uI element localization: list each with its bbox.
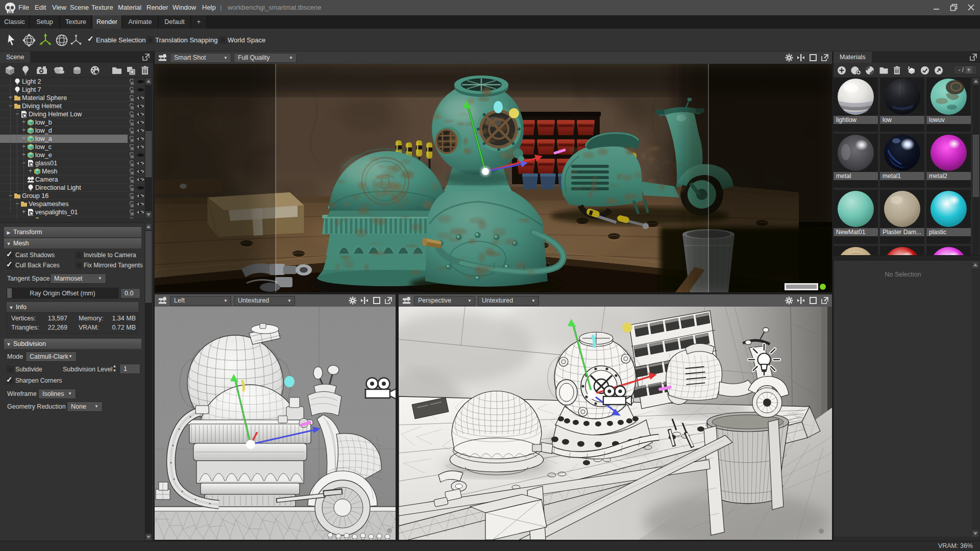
tree-item-low_a[interactable]: +low_a [0,135,144,143]
viewport-settings-gear-icon[interactable] [785,54,793,62]
spin-down-icon[interactable]: ▼ [112,368,117,373]
quality-select-dropdown[interactable]: Full Quality▼ [234,53,297,63]
lock-icon[interactable] [128,135,135,142]
material-lightlow[interactable]: lightlow [834,78,878,132]
scroll-up-button[interactable] [145,78,152,85]
scene-panel-tab[interactable]: Scene [0,52,30,63]
scene-tree-scrollbar[interactable] [145,78,152,218]
tree-item-diving-helmet-low[interactable]: −Diving Helmet Low [0,110,144,118]
scroll-up-button[interactable] [973,78,979,85]
visibility-on-icon[interactable] [136,160,144,166]
viewport-maximize-icon[interactable] [809,54,817,62]
validate-icon[interactable] [920,66,929,75]
visibility-on-icon[interactable] [136,128,144,134]
render-viewport[interactable]: Smart Shot▼ Full Quality▼ [155,52,832,292]
wireframe-dropdown[interactable]: Isolines ▼ [38,389,76,399]
viewport-maximize-icon[interactable] [809,296,817,305]
tab-animate[interactable]: Animate [122,15,158,29]
translate-tool-icon[interactable] [38,33,53,48]
add-material-plus-icon[interactable] [837,66,846,75]
lock-icon[interactable] [128,143,135,151]
tree-item-low_d[interactable]: +low_d [0,127,144,135]
visibility-off-icon[interactable] [136,185,144,191]
material-unnamed-11[interactable] [926,246,971,255]
expand-toggle[interactable]: + [20,209,27,215]
subdivision-section-header[interactable]: ▼Subdivision [4,339,141,349]
visibility-on-icon[interactable] [136,177,144,183]
left-viewport-canvas[interactable] [155,307,396,540]
delete-icon[interactable] [140,65,150,76]
lock-icon[interactable] [128,192,135,199]
tree-item-partial[interactable]: + [0,216,144,218]
render-viewport-canvas[interactable] [155,64,832,292]
viewport-maximize-icon[interactable] [373,296,381,305]
visibility-on-icon[interactable] [136,136,144,142]
add-shadow-catcher-icon[interactable] [71,65,83,76]
material-plaster-dam-[interactable]: Plaster Dam... [880,190,924,244]
lock-icon[interactable] [128,119,135,126]
tree-item-camera[interactable]: Camera [0,176,144,184]
lock-icon[interactable] [128,160,135,167]
lock-icon[interactable] [128,111,135,118]
left-ortho-viewport[interactable]: Left▼ Untextured▼ [155,294,396,540]
lock-icon[interactable] [128,184,135,191]
material-lowuv[interactable]: lowuv [926,78,971,132]
lock-icon[interactable] [128,217,135,218]
material-unnamed-10[interactable] [880,246,924,255]
add-mesh-icon[interactable] [5,65,15,76]
tree-item-low_c[interactable]: +low_c [0,143,144,151]
material-plastic[interactable]: plastic [926,190,971,244]
visibility-on-icon[interactable] [136,119,144,126]
scene-popout-icon[interactable] [142,53,150,61]
orbit-tool-icon[interactable] [21,33,37,48]
materials-popout-icon[interactable] [969,53,977,61]
transform-section-header[interactable]: ▶Transform [4,227,141,237]
expand-toggle[interactable]: + [27,168,34,174]
camera-select-dropdown[interactable]: Smart Shot▼ [170,53,231,63]
add-camera-icon[interactable] [36,65,48,76]
camera-select-dropdown[interactable]: Perspective▼ [414,296,475,306]
add-light-icon[interactable] [21,65,30,76]
shading-mode-dropdown[interactable]: Untextured▼ [234,296,295,306]
material-metal2[interactable]: metal2 [926,134,971,188]
info-section-header[interactable]: ▼Info [7,302,138,312]
visibility-off-icon[interactable] [136,152,144,158]
viewport-settings-gear-icon[interactable] [785,296,793,305]
new-folder-icon[interactable] [111,65,122,76]
tree-item-light-2[interactable]: Light 2 [0,78,144,86]
lock-icon[interactable] [128,127,135,134]
tree-item-diving-helmet[interactable]: −Diving Helmet [0,102,144,110]
expand-toggle[interactable]: + [27,217,34,218]
visibility-off-icon[interactable] [136,87,144,93]
shading-mode-dropdown[interactable]: Untextured▼ [478,296,539,306]
viewport-popout-icon[interactable] [384,296,393,305]
lock-icon[interactable] [128,209,135,216]
subdivision-level-value[interactable]: 1 [119,364,140,374]
visibility-on-icon[interactable] [136,209,144,215]
tree-item-glass01[interactable]: −glass01 [0,159,144,167]
lock-icon[interactable] [128,201,135,208]
lock-icon[interactable] [128,152,135,159]
material-unnamed-9[interactable] [834,246,878,255]
visibility-off-icon[interactable] [136,79,144,85]
spin-up-icon[interactable]: ▲ [112,364,117,368]
material-metal[interactable]: metal [834,134,878,188]
subdivision-mode-dropdown[interactable]: Catmull-Clark ▼ [26,352,77,362]
checker-sphere-icon[interactable] [865,66,874,75]
viewport-popout-icon[interactable] [821,296,829,305]
scroll-down-button[interactable] [145,534,152,540]
lock-icon[interactable] [128,176,135,183]
perspective-viewport-canvas[interactable] [399,307,832,540]
apply-to-selection-icon[interactable] [906,66,917,75]
subdivision-level-spinner[interactable]: ▲ ▼ [112,364,117,373]
viewport-settings-gear-icon[interactable] [349,296,357,305]
viewport-split-icon[interactable] [360,296,369,305]
tree-item-vespalights_01[interactable]: +vespalights_01 [0,208,144,216]
visibility-on-icon[interactable] [136,193,144,199]
tree-item-low_b[interactable]: +low_b [0,118,144,127]
lock-icon[interactable] [128,78,135,85]
visibility-on-icon[interactable] [136,168,144,174]
mesh-section-header[interactable]: ▼Mesh [4,238,141,248]
tree-item-material-sphere[interactable]: +Material Sphere [0,94,144,102]
tangent-space-dropdown[interactable]: Marmoset ▼ [50,273,106,284]
